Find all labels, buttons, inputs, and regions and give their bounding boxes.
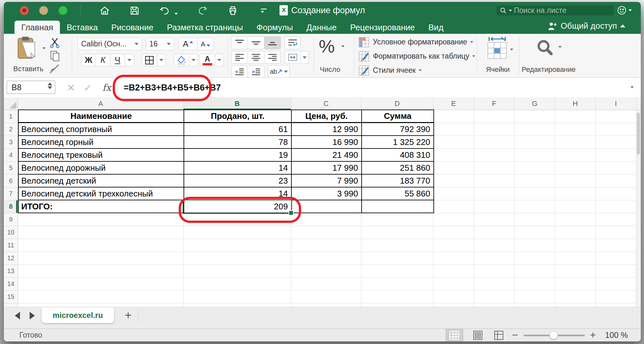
ribbon-tab-Вставка[interactable]: Вставка <box>60 21 105 34</box>
row-header-6[interactable]: 6 <box>4 175 18 187</box>
cell-A3[interactable]: Велосипед горный <box>19 136 184 149</box>
sheet-tab-active[interactable]: microexcel.ru <box>42 307 114 323</box>
cell-B7[interactable]: 14 <box>184 187 292 200</box>
cell-C8[interactable] <box>292 200 362 213</box>
align-middle-button[interactable] <box>248 36 264 49</box>
fill-color-dropdown[interactable] <box>189 54 198 66</box>
search-scope-dropdown-icon[interactable] <box>509 10 512 12</box>
next-sheet-icon[interactable] <box>30 312 35 320</box>
close-window-button[interactable] <box>20 6 29 15</box>
minimize-window-button[interactable] <box>39 6 48 15</box>
paste-button[interactable] <box>16 36 40 60</box>
align-bottom-button[interactable] <box>264 36 281 49</box>
column-header-A[interactable]: A <box>18 97 184 110</box>
selected-cell-B8[interactable] <box>183 199 292 214</box>
formula-bar-expand-icon[interactable] <box>630 86 634 88</box>
cell-D6[interactable]: 183 770 <box>362 175 434 187</box>
table-header-2[interactable]: Продано, шт. <box>184 110 292 123</box>
cell-A8[interactable]: ИТОГО: <box>19 200 184 213</box>
column-header-E[interactable]: E <box>433 97 474 110</box>
zoom-slider-thumb[interactable] <box>549 331 558 339</box>
font-color-button[interactable]: A <box>200 54 215 66</box>
fill-color-button[interactable] <box>174 54 189 66</box>
undo-icon[interactable] <box>159 5 170 16</box>
cell-D3[interactable]: 1 325 220 <box>362 136 434 149</box>
increase-indent-button[interactable] <box>248 65 264 78</box>
text-orientation-button[interactable]: ab <box>268 65 290 78</box>
cell-C3[interactable]: 16 990 <box>292 136 362 149</box>
cell-A7[interactable]: Велосипед детский трехколесный <box>19 187 184 200</box>
row-header-9[interactable]: 9 <box>4 213 18 226</box>
paste-dropdown-icon[interactable] <box>43 47 46 49</box>
cell-grid[interactable]: НаименованиеПродано, шт.Цена, руб.СуммаВ… <box>18 110 636 307</box>
undo-dropdown-icon[interactable] <box>171 8 182 19</box>
ribbon-tab-Формулы[interactable]: Формулы <box>250 21 299 34</box>
underline-button[interactable]: Ч <box>110 54 125 66</box>
name-box[interactable]: B8 <box>6 81 55 94</box>
ribbon-tab-Главная[interactable]: Главная <box>14 21 60 34</box>
row-header-13[interactable]: 13 <box>4 265 18 278</box>
home-icon[interactable] <box>99 5 110 16</box>
row-header-4[interactable]: 4 <box>4 149 18 162</box>
column-header-F[interactable]: F <box>474 97 515 110</box>
formula-input[interactable]: =B2+B3+B4+B5+B6+B7 <box>124 78 221 98</box>
row-header-10[interactable]: 10 <box>4 226 18 239</box>
column-header-D[interactable]: D <box>361 97 433 110</box>
copy-dropdown-icon[interactable] <box>63 54 66 56</box>
ribbon-tab-Рисование[interactable]: Рисование <box>105 21 160 34</box>
cell-B4[interactable]: 19 <box>184 149 292 162</box>
bold-button[interactable]: Ж <box>81 54 96 66</box>
format-as-table-button[interactable]: Форматировать как таблицу <box>373 52 476 61</box>
column-header-B[interactable]: B <box>184 97 291 110</box>
merge-dropdown[interactable] <box>300 51 309 64</box>
row-header-7[interactable]: 7 <box>4 187 18 200</box>
cell-C5[interactable]: 17 990 <box>292 162 362 175</box>
feedback-smiley-icon[interactable] <box>617 5 632 15</box>
name-box-stepper[interactable] <box>48 82 52 89</box>
feedback-dropdown-icon[interactable] <box>629 9 632 11</box>
cell-B6[interactable]: 23 <box>184 175 292 187</box>
conditional-formatting-button[interactable]: Условное форматирование <box>373 38 474 46</box>
cell-A2[interactable]: Велосипед спортивный <box>19 123 184 136</box>
table-header-1[interactable]: Наименование <box>19 110 184 123</box>
save-icon[interactable] <box>129 5 140 16</box>
editing-find-button[interactable] <box>536 38 554 57</box>
align-right-button[interactable] <box>264 51 281 64</box>
cell-D4[interactable]: 408 310 <box>362 149 434 162</box>
row-header-15[interactable]: 15 <box>4 291 18 303</box>
cells-button[interactable] <box>488 42 507 59</box>
percent-style-button[interactable]: % <box>319 36 335 57</box>
copy-icon[interactable] <box>50 51 61 62</box>
column-header-H[interactable]: H <box>555 97 596 110</box>
share-button[interactable]: Общий доступ <box>548 21 625 31</box>
confirm-entry-button[interactable]: ✓ <box>84 78 92 98</box>
font-color-dropdown[interactable] <box>215 54 224 66</box>
column-header-I[interactable]: I <box>596 97 636 110</box>
cell-D5[interactable]: 251 860 <box>362 162 434 175</box>
format-painter-icon[interactable] <box>49 63 61 74</box>
zoom-out-button[interactable]: − <box>512 329 518 341</box>
cell-C2[interactable]: 12 990 <box>292 123 362 136</box>
underline-dropdown[interactable] <box>125 54 134 66</box>
number-format-dropdown-icon[interactable] <box>341 45 345 47</box>
decrease-indent-button[interactable] <box>231 65 248 78</box>
cell-D7[interactable]: 55 860 <box>362 187 434 200</box>
redo-icon[interactable] <box>197 5 208 16</box>
cut-icon[interactable] <box>49 38 61 48</box>
page-break-view-button[interactable] <box>491 329 507 341</box>
page-layout-view-button[interactable] <box>470 329 486 341</box>
row-header-12[interactable]: 12 <box>4 252 18 265</box>
customize-toolbar-icon[interactable] <box>258 5 269 16</box>
cell-D8[interactable] <box>362 200 434 213</box>
font-size-select[interactable]: 16 <box>146 38 174 50</box>
cell-B5[interactable]: 14 <box>184 162 292 175</box>
zoom-window-button[interactable] <box>59 6 67 15</box>
add-sheet-button[interactable]: + <box>118 307 138 323</box>
print-icon[interactable] <box>227 5 238 16</box>
row-header-14[interactable]: 14 <box>4 278 18 291</box>
row-header-11[interactable]: 11 <box>4 239 18 252</box>
ribbon-tab-Данные[interactable]: Данные <box>300 21 344 34</box>
cell-C4[interactable]: 21 490 <box>292 149 362 162</box>
row-header-1[interactable]: 1 <box>4 110 18 123</box>
cancel-entry-button[interactable]: ✕ <box>67 78 75 98</box>
